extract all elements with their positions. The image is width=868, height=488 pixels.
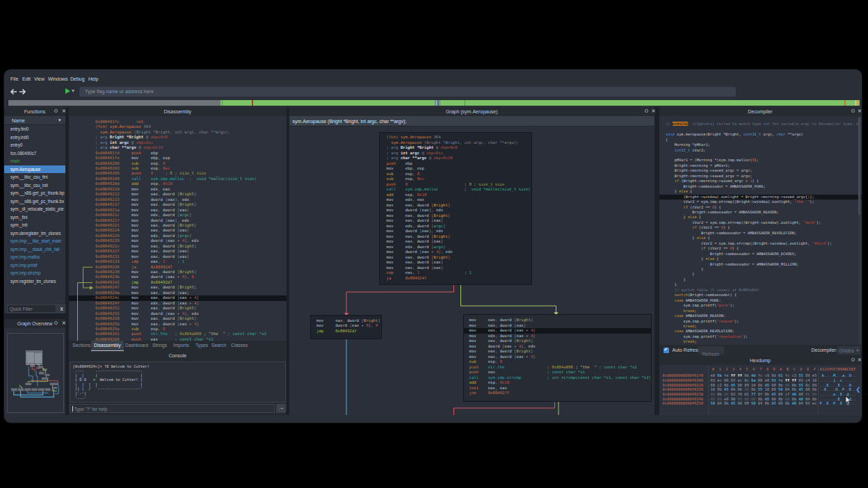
function-item-sym.Aeropause[interactable]: sym.Aeropause xyxy=(4,165,65,174)
function-item-sym.imp.malloc[interactable]: sym.imp.malloc xyxy=(4,253,65,261)
decompiler-scrollbar[interactable] xyxy=(858,116,861,344)
decompiler-line[interactable]: { xyxy=(659,138,862,143)
decompiler-line[interactable] xyxy=(659,153,862,158)
graph-entry-line[interactable]: mov eax, dword [Bright] xyxy=(387,255,529,261)
decompiler-close-icon[interactable]: ✕ xyxy=(858,108,862,114)
graph-true-line[interactable]: jne 0x804927f xyxy=(464,391,651,396)
graph-entry-line[interactable]: push ebp xyxy=(387,161,529,167)
decompiler-line[interactable]: Bright->morning->saved_argv = argv; xyxy=(659,174,862,179)
decompiler-line[interactable]: case AMBASSADOR_PURE: xyxy=(659,298,862,303)
quick-filter-input[interactable]: Quick Filter xyxy=(7,304,56,313)
graph-false-line[interactable]: jmp 0x80492d7 xyxy=(316,329,379,334)
tab-classes[interactable]: Classes xyxy=(228,341,250,351)
graph-overview-minimap[interactable] xyxy=(7,333,64,413)
decompiler-line[interactable]: if (iVar2 == 0) { xyxy=(659,246,862,251)
functions-sort-header[interactable]: Name ▾ xyxy=(4,116,65,125)
decompiler-line[interactable]: case AMBASSADOR_REVOLUTION: xyxy=(659,329,862,334)
minimap-viewport[interactable] xyxy=(26,351,42,365)
graph-entry-line[interactable]: mov eax, dword [eax] xyxy=(387,218,529,224)
back-button[interactable] xyxy=(9,88,17,95)
hexdump-float-icon[interactable] xyxy=(851,358,855,361)
console-input[interactable]: Type "?" for help xyxy=(70,404,275,413)
address-seekbar[interactable] xyxy=(7,100,860,106)
decompiler-line[interactable]: switch(Bright->ambassador) { xyxy=(659,293,862,298)
function-item-entry0[interactable]: entry0 xyxy=(4,141,65,149)
decompiler-line[interactable]: Bright->morning->saved_argc = argc; xyxy=(659,168,862,173)
graph-entry-line[interactable]: (fcn) sym.Aeropause 364 xyxy=(387,135,529,140)
function-item-sym.__libc_csu_init[interactable]: sym.__libc_csu_init xyxy=(4,181,65,190)
decompiler-line[interactable]: } xyxy=(659,277,862,282)
decompiler-line[interactable]: if (Bright->morning->saved_argc < 2) { xyxy=(659,179,862,184)
decompiler-line[interactable]: Bright->morning = pMVar1; xyxy=(659,163,862,168)
decompiler-line[interactable]: break; xyxy=(659,339,862,344)
graph-true-line[interactable]: call sym.imp.strcmp ; int strcmp(const c… xyxy=(464,375,651,381)
quick-filter-clear-button[interactable]: X xyxy=(57,304,65,313)
graph-false-line[interactable]: mov dword [eax + 8], 0 xyxy=(316,323,379,329)
function-item-sym._fini[interactable]: sym._fini xyxy=(4,213,65,222)
menu-help[interactable]: Help xyxy=(88,74,98,84)
tab-sections[interactable]: Sections xyxy=(70,341,93,351)
graph-entry-line[interactable]: mov edx, dword [argc] xyxy=(387,224,529,229)
decompiler-line[interactable]: void sym.Aeropause(Bright *Bright, uint3… xyxy=(659,132,862,137)
auto-refresh-checkbox[interactable]: ✓ xyxy=(664,348,670,354)
graph-entry-line[interactable]: mov dword [eax], edx xyxy=(387,208,529,213)
decompiler-line-current[interactable]: (Bright->window).sunlight = Bright->morn… xyxy=(659,195,862,200)
graph-false-line[interactable]: mov eax, dword [Bright] xyxy=(316,318,379,324)
decompiler-line[interactable]: case AMBASSADOR_REASON: xyxy=(659,314,862,318)
decompiler-line[interactable] xyxy=(659,127,862,132)
graph-true-line[interactable]: sub esp, 8 xyxy=(464,359,651,365)
function-item-sym.imp.__libc_start_main[interactable]: sym.imp.__libc_start_main xyxy=(4,237,65,245)
debug-start-icon[interactable] xyxy=(65,88,70,94)
graph-entry-line[interactable]: mov eax, dword [Bright] xyxy=(387,203,529,209)
decompiler-line[interactable]: } else { xyxy=(659,215,862,220)
decompiler-line[interactable]: // WARNING: [r2ghidra] Failed to match t… xyxy=(659,122,862,127)
decompiler-float-icon[interactable] xyxy=(851,109,855,113)
graph-true-line-current[interactable]: mov eax, dword [eax + 4] xyxy=(464,328,651,334)
hexdump-seek-arrow-icon[interactable]: ❮ xyxy=(856,387,861,393)
graph-entry-line[interactable]: sub esp, 0xc xyxy=(387,177,529,182)
function-item-sym.__libc_csu_fini[interactable]: sym.__libc_csu_fini xyxy=(4,173,65,181)
decompiler-line[interactable]: } else { xyxy=(659,189,862,194)
tab-disassembly[interactable]: Disassembly xyxy=(91,341,124,351)
forward-button[interactable] xyxy=(19,88,27,95)
decompiler-line[interactable]: pMVar1 = (Morning *)sym.imp.malloc(8); xyxy=(659,158,862,163)
omnibar-search-input[interactable]: Type flag name or address here xyxy=(79,87,736,97)
decompiler-line[interactable]: int32_t iVar2; xyxy=(659,148,862,153)
graph-entry-line[interactable]: sub esp, 8 xyxy=(387,172,529,177)
functions-close-icon[interactable]: ✕ xyxy=(62,108,66,114)
function-item-sym.imp.__stack_chk_fail[interactable]: sym.imp.__stack_chk_fail xyxy=(4,245,65,254)
decompiler-line[interactable]: if (iVar2 == 0) { xyxy=(659,225,862,230)
decompiler-line[interactable]: Bright->ambassador = AMBASSADOR_PURE; xyxy=(659,184,862,189)
console-send-button[interactable]: → xyxy=(276,404,287,413)
graph-true-line[interactable]: push eax ; const char *s1 xyxy=(464,370,651,375)
graph-true-line[interactable]: mov edx, dword [eax + 4] xyxy=(464,334,651,339)
graph-true-line[interactable]: add esp, 0x10 xyxy=(464,380,651,386)
decompiler-line[interactable]: } xyxy=(659,282,862,287)
decompiler-line[interactable]: Morning *pMVar1; xyxy=(659,143,862,147)
menu-edit[interactable]: Edit xyxy=(22,74,31,84)
decompiler-line[interactable]: sym.imp.printf("reason"); xyxy=(659,319,862,324)
menu-file[interactable]: File xyxy=(10,74,18,84)
hexdump-close-icon[interactable]: ✕ xyxy=(858,357,862,363)
graph-overview-float-icon[interactable] xyxy=(54,321,58,325)
menu-debug[interactable]: Debug xyxy=(70,74,85,84)
graph-block-true[interactable]: mov eax, dword [Bright]mov eax, dword [e… xyxy=(463,314,652,402)
graph-entry-line[interactable]: mov ebp, esp xyxy=(387,166,529,172)
graph-entry-line[interactable]: mov eax, dword [eax] xyxy=(387,260,529,266)
decompiler-line[interactable]: // switch table (5 cases) at 0x804a044 xyxy=(659,288,862,293)
graph-entry-line[interactable]: mov dword [eax + 4], edx xyxy=(387,250,529,255)
decompiler-line[interactable]: iVar2 = sym.imp.strcmp((Bright->window).… xyxy=(659,220,862,225)
decompiler-line[interactable]: } else { xyxy=(659,236,862,241)
graph-overview-close-icon[interactable]: ✕ xyxy=(62,320,66,326)
function-item-sym.imp.strcmp[interactable]: sym.imp.strcmp xyxy=(4,269,65,277)
graph-true-line[interactable]: push str.the ; 0x804a008 ; "the " ; cons… xyxy=(464,365,651,371)
graph-entry-line[interactable]: mov edx, eax xyxy=(387,197,529,203)
graph-entry-line[interactable]: mov eax, dword [eax] xyxy=(387,266,529,271)
graph-entry-line[interactable]: ; arg int argc @ ebp+0xc xyxy=(387,151,529,156)
decompiler-line[interactable]: break; xyxy=(659,324,862,329)
menu-view[interactable]: View xyxy=(34,74,45,84)
graph-entry-line[interactable]: ; arg Bright *Bright @ ebp+0x8 xyxy=(387,145,529,151)
graph-entry-line[interactable]: push 8 ; 8 ; size_t size xyxy=(387,182,529,188)
graph-float-icon[interactable] xyxy=(645,109,648,113)
graph-block-entry[interactable]: (fcn) sym.Aeropause 364 sym.Aeropause (B… xyxy=(379,132,532,285)
